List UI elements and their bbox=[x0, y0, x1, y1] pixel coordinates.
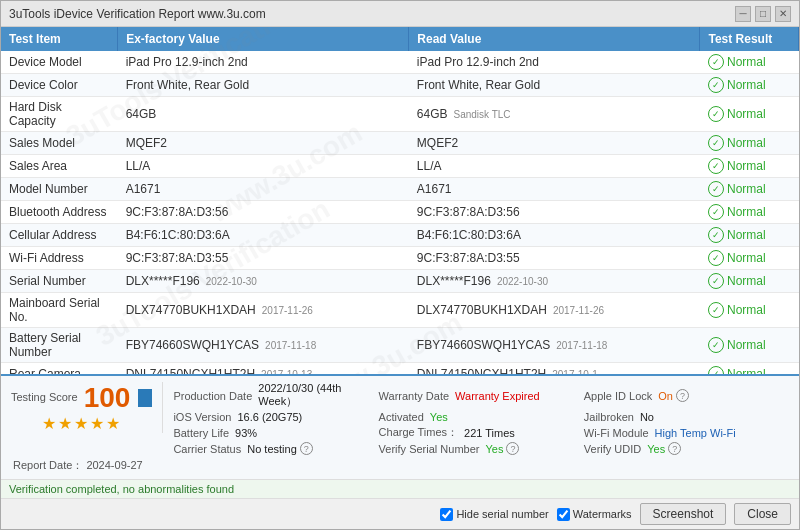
verification-status: Verification completed, no abnormalities… bbox=[1, 479, 799, 498]
ex-factory-cell: B4:F6:1C:80:D3:6A bbox=[118, 224, 409, 247]
production-date-item: Production Date 2022/10/30 (44th Week） bbox=[173, 382, 368, 409]
screenshot-button[interactable]: Screenshot bbox=[640, 503, 727, 525]
apple-id-lock-item: Apple ID Lock On ? bbox=[584, 382, 779, 409]
verify-udid-item: Verify UDID Yes ? bbox=[584, 442, 779, 455]
normal-badge: Normal bbox=[708, 77, 791, 93]
score-number: 100 bbox=[84, 382, 131, 414]
ex-factory-cell: iPad Pro 12.9-inch 2nd bbox=[118, 51, 409, 74]
warranty-date-item: Warranty Date Warranty Expired bbox=[379, 382, 574, 409]
hide-serial-checkbox[interactable] bbox=[440, 508, 453, 521]
read-value-cell: DLX*****F1962022-10-30 bbox=[409, 270, 700, 293]
table-row: Sales AreaLL/ALL/ANormal bbox=[1, 155, 799, 178]
table-row: Model NumberA1671A1671Normal bbox=[1, 178, 799, 201]
footer-bar: Hide serial number Watermarks Screenshot… bbox=[1, 498, 799, 529]
production-date-label: Production Date bbox=[173, 390, 252, 402]
ios-version-label: iOS Version bbox=[173, 411, 231, 423]
content-area: 3uTools Verification www.3u.com 3uTools … bbox=[1, 27, 799, 529]
read-value-cell: 9C:F3:87:8A:D3:55 bbox=[409, 247, 700, 270]
window-title: 3uTools iDevice Verification Report www.… bbox=[9, 7, 266, 21]
verify-udid-label: Verify UDID bbox=[584, 443, 641, 455]
maximize-button[interactable]: □ bbox=[755, 6, 771, 22]
verification-message: Verification completed, no abnormalities… bbox=[9, 483, 234, 495]
test-result-cell: Normal bbox=[700, 155, 799, 178]
window-controls: ─ □ ✕ bbox=[735, 6, 791, 22]
verification-table: Test Item Ex-factory Value Read Value Te… bbox=[1, 27, 799, 374]
test-result-cell: Normal bbox=[700, 178, 799, 201]
normal-badge: Normal bbox=[708, 106, 791, 122]
test-result-cell: Normal bbox=[700, 328, 799, 363]
table-header-row: Test Item Ex-factory Value Read Value Te… bbox=[1, 27, 799, 51]
test-item-cell: Battery Serial Number bbox=[1, 328, 118, 363]
carrier-status-help-icon[interactable]: ? bbox=[300, 442, 313, 455]
wifi-module-item: Wi-Fi Module High Temp Wi-Fi bbox=[584, 425, 779, 440]
test-item-cell: Mainboard Serial No. bbox=[1, 293, 118, 328]
score-value: 100 bbox=[84, 382, 131, 414]
apple-id-lock-help-icon[interactable]: ? bbox=[676, 389, 689, 402]
ios-version-item: iOS Version 16.6 (20G75) bbox=[173, 411, 368, 423]
verify-serial-label: Verify Serial Number bbox=[379, 443, 480, 455]
score-section: Testing Score 100 ★★★★★ bbox=[11, 382, 163, 433]
watermarks-checkbox-label[interactable]: Watermarks bbox=[557, 508, 632, 521]
table-body: Device ModeliPad Pro 12.9-inch 2ndiPad P… bbox=[1, 51, 799, 374]
normal-badge: Normal bbox=[708, 366, 791, 374]
title-bar: 3uTools iDevice Verification Report www.… bbox=[1, 1, 799, 27]
verify-serial-item: Verify Serial Number Yes ? bbox=[379, 442, 574, 455]
ex-factory-cell: FBY74660SWQH1YCAS2017-11-18 bbox=[118, 328, 409, 363]
normal-badge: Normal bbox=[708, 227, 791, 243]
verify-udid-value: Yes bbox=[647, 443, 665, 455]
ex-factory-cell: DLX*****F1962022-10-30 bbox=[118, 270, 409, 293]
ex-factory-cell: 9C:F3:87:8A:D3:55 bbox=[118, 247, 409, 270]
hide-serial-checkbox-label[interactable]: Hide serial number bbox=[440, 508, 548, 521]
test-result-cell: Normal bbox=[700, 293, 799, 328]
close-button[interactable]: Close bbox=[734, 503, 791, 525]
col-header-test-result: Test Result bbox=[700, 27, 799, 51]
read-value-cell: 64GBSandisk TLC bbox=[409, 97, 700, 132]
apple-id-lock-value: On bbox=[658, 390, 673, 402]
warranty-date-value: Warranty Expired bbox=[455, 390, 540, 402]
test-item-cell: Bluetooth Address bbox=[1, 201, 118, 224]
test-item-cell: Device Color bbox=[1, 74, 118, 97]
verify-serial-help-icon[interactable]: ? bbox=[506, 442, 519, 455]
jailbroken-value: No bbox=[640, 411, 654, 423]
test-result-cell: Normal bbox=[700, 270, 799, 293]
watermarks-label: Watermarks bbox=[573, 508, 632, 520]
test-result-cell: Normal bbox=[700, 224, 799, 247]
table-row: Device ColorFront White, Rear GoldFront … bbox=[1, 74, 799, 97]
charge-times-label: Charge Times： bbox=[379, 425, 458, 440]
table-row: Serial NumberDLX*****F1962022-10-30DLX**… bbox=[1, 270, 799, 293]
activated-item: Activated Yes bbox=[379, 411, 574, 423]
ex-factory-cell: 64GB bbox=[118, 97, 409, 132]
carrier-status-value: No testing bbox=[247, 443, 297, 455]
warranty-date-label: Warranty Date bbox=[379, 390, 450, 402]
wifi-module-label: Wi-Fi Module bbox=[584, 427, 649, 439]
read-value-cell: DNL74150NCXH1HT2H2017-10-1 bbox=[409, 363, 700, 375]
test-item-cell: Rear Camera bbox=[1, 363, 118, 375]
activated-value: Yes bbox=[430, 411, 448, 423]
read-value-cell: MQEF2 bbox=[409, 132, 700, 155]
battery-life-item: Battery Life 93% bbox=[173, 425, 368, 440]
read-value-cell: 9C:F3:87:8A:D3:56 bbox=[409, 201, 700, 224]
watermarks-checkbox[interactable] bbox=[557, 508, 570, 521]
verify-udid-help-icon[interactable]: ? bbox=[668, 442, 681, 455]
table-row: Sales ModelMQEF2MQEF2Normal bbox=[1, 132, 799, 155]
col-header-test-item: Test Item bbox=[1, 27, 118, 51]
minimize-button[interactable]: ─ bbox=[735, 6, 751, 22]
stars-rating: ★★★★★ bbox=[42, 414, 122, 433]
table-row: Cellular AddressB4:F6:1C:80:D3:6AB4:F6:1… bbox=[1, 224, 799, 247]
test-result-cell: Normal bbox=[700, 247, 799, 270]
report-date-value: 2024-09-27 bbox=[86, 459, 142, 471]
production-date-value: 2022/10/30 (44th Week） bbox=[258, 382, 368, 409]
table-row: Device ModeliPad Pro 12.9-inch 2ndiPad P… bbox=[1, 51, 799, 74]
close-button[interactable]: ✕ bbox=[775, 6, 791, 22]
col-header-ex-factory: Ex-factory Value bbox=[118, 27, 409, 51]
testing-score-label: Testing Score bbox=[11, 391, 78, 403]
activated-label: Activated bbox=[379, 411, 424, 423]
ios-version-value: 16.6 (20G75) bbox=[237, 411, 302, 423]
col-header-read-value: Read Value bbox=[409, 27, 700, 51]
normal-badge: Normal bbox=[708, 181, 791, 197]
battery-life-label: Battery Life bbox=[173, 427, 229, 439]
test-result-cell: Normal bbox=[700, 363, 799, 375]
ex-factory-cell: 9C:F3:87:8A:D3:56 bbox=[118, 201, 409, 224]
table-row: Wi-Fi Address9C:F3:87:8A:D3:559C:F3:87:8… bbox=[1, 247, 799, 270]
bottom-info-row: Testing Score 100 ★★★★★ Production Date … bbox=[11, 382, 789, 455]
